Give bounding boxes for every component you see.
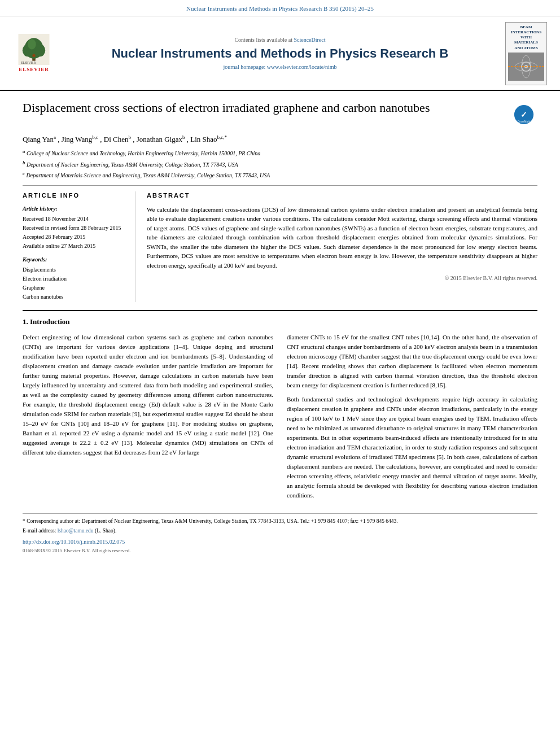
aff-a-text: College of Nuclear Science and Technolog… — [27, 151, 260, 157]
email-link[interactable]: lshao@tamu.edu — [58, 528, 94, 534]
footnote-area: * Corresponding author at: Department of… — [23, 513, 537, 554]
beam-box-title-line1: BEAM — [508, 25, 544, 30]
keyword-3: Graphene — [23, 284, 127, 292]
author3-sup: b — [129, 134, 132, 140]
keyword-1: Displacements — [23, 266, 127, 274]
article-title-section: Displacement cross sections of electron … — [23, 100, 537, 128]
contents-text: Contents lists available at — [234, 37, 292, 43]
author1-sup: a — [54, 134, 56, 140]
header-left: ELSEVIER ELSEVIER — [11, 34, 56, 73]
article-info: ARTICLE INFO Article history: Received 1… — [23, 191, 135, 302]
author5-sup: b,c,* — [217, 134, 228, 140]
issn-line: 0168-583X/© 2015 Elsevier B.V. All right… — [23, 547, 537, 554]
col-right: diameter CNTs to 15 eV for the smallest … — [287, 333, 537, 505]
intro-left-text: Defect engineering of low dimensional ca… — [23, 333, 273, 458]
elsevier-brand-label: ELSEVIER — [19, 66, 49, 73]
info-abstract-section: ARTICLE INFO Article history: Received 1… — [23, 191, 537, 302]
abstract-title: ABSTRACT — [147, 191, 537, 200]
intro-right-text-2: Both fundamental studies and technologic… — [287, 395, 537, 501]
email-suffix: (L. Shao). — [95, 528, 116, 534]
svg-text:CrossMark: CrossMark — [518, 120, 531, 123]
aff-c-text: Department of Materials Science and Engi… — [27, 172, 270, 178]
journal-citation-link[interactable]: Nuclear Instruments and Methods in Physi… — [186, 5, 374, 12]
keywords-label: Keywords: — [23, 256, 127, 264]
author4-sup: b — [182, 134, 185, 140]
contents-line: Contents lists available at ScienceDirec… — [62, 36, 498, 44]
aff-b-text: Department of Nuclear Engineering, Texas… — [27, 161, 238, 168]
beam-box-title-line3: WITH — [508, 35, 544, 40]
elsevier-tree-icon: ELSEVIER — [17, 34, 51, 65]
intro-right-text-1: diameter CNTs to 15 eV for the smallest … — [287, 333, 537, 390]
journal-title: Nuclear Instruments and Methods in Physi… — [62, 46, 498, 61]
abstract-section: ABSTRACT We calculate the displacement c… — [147, 191, 537, 302]
author5-name: , Lin Shao — [187, 135, 217, 143]
affiliations: a College of Nuclear Science and Technol… — [23, 148, 537, 180]
affiliation-c: c Department of Materials Science and En… — [23, 170, 537, 180]
aff-c-sup: c — [23, 171, 25, 176]
authors-line: Qiang Yana , Jing Wangb,c , Di Chenb , J… — [23, 134, 537, 145]
crossmark-icon: ✓ CrossMark — [514, 104, 534, 125]
history-received: Received 18 November 2014 — [23, 215, 127, 223]
email-label: E-mail address: — [23, 528, 56, 534]
keyword-4: Carbon nanotubes — [23, 293, 127, 301]
author4-name: , Jonathan Gigax — [133, 135, 182, 143]
footnote-email: E-mail address: lshao@tamu.edu (L. Shao)… — [23, 527, 537, 535]
affiliation-a: a College of Nuclear Science and Technol… — [23, 148, 537, 158]
history-label: Article history: — [23, 205, 127, 213]
sciencedirect-link[interactable]: ScienceDirect — [294, 37, 325, 43]
affiliation-b: b Department of Nuclear Engineering, Tex… — [23, 159, 537, 169]
author2-name: , Jing Wang — [58, 135, 92, 143]
top-bar: Nuclear Instruments and Methods in Physi… — [0, 0, 560, 16]
beam-box-image — [508, 53, 544, 81]
doi-line: http://dx.doi.org/10.1016/j.nimb.2015.02… — [23, 538, 537, 546]
beam-box-title-line5: AND ATOMS — [508, 46, 544, 51]
svg-text:✓: ✓ — [520, 110, 527, 119]
crossmark-container: ✓ CrossMark — [510, 104, 537, 125]
article-title: Displacement cross sections of electron … — [23, 100, 510, 116]
aff-b-sup: b — [23, 160, 25, 165]
journal-homepage: journal homepage: www.elsevier.com/locat… — [62, 63, 498, 71]
introduction-two-col: Defect engineering of low dimensional ca… — [23, 333, 537, 505]
journal-header: ELSEVIER ELSEVIER Contents lists availab… — [0, 16, 560, 90]
header-right: BEAM INTERACTIONS WITH MATERIALS AND ATO… — [504, 22, 549, 85]
svg-point-4 — [35, 44, 45, 56]
history-revised: Received in revised form 28 February 201… — [23, 224, 127, 232]
introduction-heading: 1. Introduction — [23, 317, 537, 327]
author2-sup: b,c — [92, 134, 98, 140]
beam-box-title-line4: MATERIALS — [508, 40, 544, 45]
body-divider — [23, 310, 537, 311]
abstract-text: We calculate the displacement cross-sect… — [147, 205, 537, 270]
elsevier-logo: ELSEVIER — [17, 34, 51, 65]
history-online: Available online 27 March 2015 — [23, 242, 127, 250]
copyright-line: © 2015 Elsevier B.V. All rights reserved… — [147, 274, 537, 282]
aff-a-sup: a — [23, 148, 25, 154]
header-center: Contents lists available at ScienceDirec… — [62, 36, 498, 71]
history-accepted: Accepted 28 February 2015 — [23, 233, 127, 241]
main-content: Displacement cross sections of electron … — [0, 91, 560, 563]
col-left: Defect engineering of low dimensional ca… — [23, 333, 273, 505]
doi-link[interactable]: http://dx.doi.org/10.1016/j.nimb.2015.02… — [23, 539, 125, 545]
article-info-title: ARTICLE INFO — [23, 191, 127, 200]
svg-point-6 — [32, 54, 36, 58]
author1-name: Qiang Yan — [23, 135, 54, 143]
author3-name: , Di Chen — [100, 135, 128, 143]
beam-box-title-line2: INTERACTIONS — [508, 30, 544, 35]
divider-1 — [23, 185, 537, 186]
svg-point-5 — [28, 39, 36, 49]
svg-text:ELSEVIER: ELSEVIER — [21, 61, 36, 64]
footnote-corresponding: * Corresponding author at: Department of… — [23, 517, 537, 525]
homepage-link[interactable]: journal homepage: www.elsevier.com/locat… — [224, 64, 337, 70]
keyword-2: Electron irradiation — [23, 275, 127, 283]
beam-interactions-box: BEAM INTERACTIONS WITH MATERIALS AND ATO… — [505, 22, 547, 85]
